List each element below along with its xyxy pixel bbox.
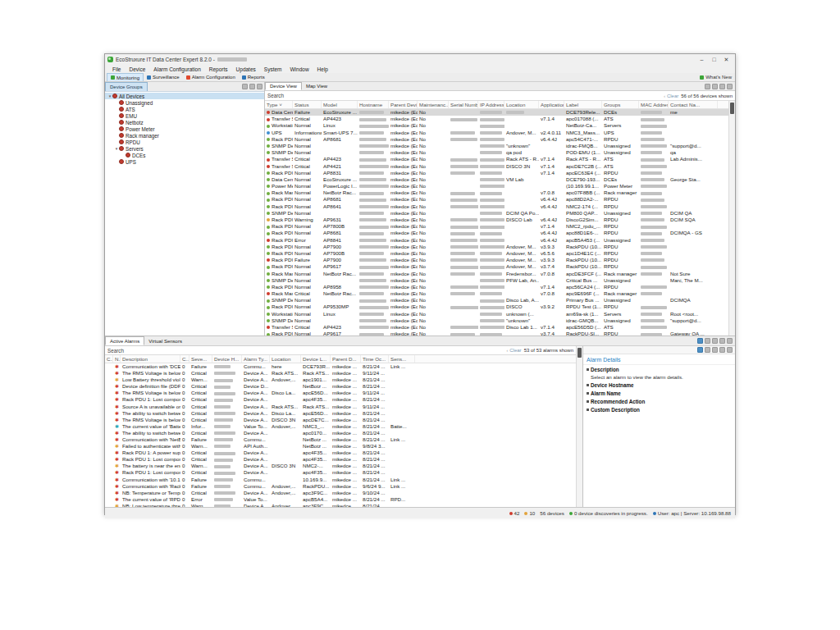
menu-file[interactable]: File (108, 66, 125, 72)
device-row[interactable]: SNMP DevicNormalmikedce (Ec...Noqa podPO… (265, 149, 728, 156)
copy-icon[interactable] (705, 347, 710, 353)
device-row[interactable]: Rack PDUNormalAP8681mikedce (Ec...Nov6.4… (265, 196, 728, 203)
tree-item-all-devices[interactable]: ▾All Devices (105, 93, 264, 99)
alarm-column-header-c[interactable]: C... (105, 355, 113, 363)
tree-item-ups[interactable]: UPS (105, 158, 264, 165)
column-header-location[interactable]: Location (504, 101, 539, 108)
device-row[interactable]: Data CenterFailureEcoStruxure ...mikedce… (265, 109, 728, 116)
add-group-icon[interactable] (242, 84, 248, 89)
column-header-hostname[interactable]: Hostname (358, 101, 389, 108)
menu-alarm-configuration[interactable]: Alarm Configuration (149, 66, 204, 72)
device-row[interactable]: Transfer SwiCriticalAP4421mikedce (Ec...… (265, 163, 728, 170)
alarm-column-header-sens[interactable]: Sens... (389, 355, 415, 363)
tree-item-unassigned[interactable]: Unassigned (105, 99, 264, 106)
device-row[interactable]: SNMP DevicNormalmikedce (Ec...No"unknown… (265, 143, 728, 149)
device-row[interactable]: Rack PDUNormalAP8641mikedce (Ec...Nov6.4… (265, 203, 728, 210)
tree-item-ats[interactable]: ATS (105, 106, 264, 112)
alarm-row[interactable]: ✱The current value of 'RPDU...0ErrorValu… (105, 496, 576, 503)
device-row[interactable]: WorkstationNormalLinuxmikedce (Ec...Noun… (265, 311, 728, 317)
device-row[interactable]: SNMP DevicNormalmikedce (Ec...NoDCIM QA … (265, 210, 728, 217)
menu-window[interactable]: Window (285, 66, 313, 72)
device-row[interactable]: Rack PDUNormalAP7900mikedce (Ec...NoAndo… (265, 244, 728, 250)
whats-new-link[interactable]: What's New (700, 73, 735, 81)
filter-icon[interactable] (712, 84, 718, 89)
alarm-column-header-device-h[interactable]: Device H... (212, 355, 242, 363)
tab-device-view[interactable]: Device View (265, 82, 302, 90)
device-row[interactable]: Rack PDUNormalAP9530MPmikedce (Ec...NoDI… (265, 304, 728, 310)
alarm-row[interactable]: ✱The current value of 'Batte...0Infor...… (105, 423, 576, 430)
device-row[interactable]: SNMP DevicNormalmikedce (Ec...No"unknown… (265, 317, 728, 324)
column-header-ip-address[interactable]: IP Address (478, 101, 504, 108)
alarm-row[interactable]: ✱The ability to switch betwe...0Critical… (105, 410, 576, 417)
alarm-column-header-parent-d[interactable]: Parent D... (331, 355, 361, 363)
alarm-column-header-seve[interactable]: Seve... (189, 355, 212, 363)
info-icon[interactable] (697, 338, 703, 344)
alarm-row[interactable]: ✱The battery is near the end...0Warn...D… (105, 463, 576, 469)
tree-item-netbotz[interactable]: Netbotz (105, 119, 264, 126)
minimize-panel-icon[interactable] (719, 338, 725, 344)
column-header-application[interactable]: Application ... (539, 101, 564, 108)
device-row[interactable]: Rack PDUErrorAP8841mikedce (Ec...Nov6.4.… (265, 237, 728, 244)
perspective-tab-alarm-configuration[interactable]: Alarm Configuration (183, 73, 239, 81)
maximize-panel-icon[interactable] (727, 347, 733, 353)
alarm-row[interactable]: ✱Communication with 'NetB...0FailureComm… (105, 436, 576, 443)
alarm-row[interactable]: ✱Low Battery threshold viol...0Warn...De… (105, 377, 576, 383)
perspective-tab-monitoring[interactable]: Monitoring (107, 73, 144, 81)
alarm-row[interactable]: ✱Rack PDU 1: Lost compon...0CriticalDevi… (105, 396, 576, 403)
perspective-tab-surveillance[interactable]: Surveillance (144, 73, 183, 81)
collapse-panel-icon[interactable] (249, 84, 255, 89)
device-row[interactable]: Transfer SwiCriticalAP4423mikedce (Ec...… (265, 116, 728, 122)
device-row[interactable]: Rack PDUNormalAP7900Bmikedce (Ec...NoAnd… (265, 250, 728, 257)
alarm-row[interactable]: ✱Communication with '10.1...0FailureComm… (105, 477, 576, 483)
alarm-row[interactable]: ✱The RMS Voltage is below ...0CriticalDe… (105, 370, 576, 377)
device-row[interactable]: Rack PDUNormalAP8681mikedce (Ec...Nov6.4… (265, 230, 728, 236)
alarm-column-header-device-l[interactable]: Device L... (301, 355, 331, 363)
tree-item-rpdu[interactable]: RPDU (105, 139, 264, 145)
device-table-scrollbar[interactable] (728, 101, 735, 336)
tree-item-servers[interactable]: ▾Servers (105, 145, 264, 152)
alarm-row[interactable]: ✱Rack PDU 1: Lost compon...0CriticalDevi… (105, 470, 576, 477)
device-row[interactable]: Rack PDUNormalAP7800Bmikedce (Ec...Nov7.… (265, 223, 728, 230)
export-icon[interactable] (705, 338, 710, 344)
menu-help[interactable]: Help (313, 66, 332, 72)
alarm-table-scrollbar[interactable] (576, 346, 582, 507)
device-row[interactable]: SNMP DevicNormalmikedce (Ec...NoPFW Lab,… (265, 277, 728, 284)
column-header-type[interactable]: Type ˅ (265, 101, 293, 108)
alarm-column-header-alarm-ty[interactable]: Alarm Ty... (242, 355, 270, 363)
alarm-row[interactable]: ✱The RMS Voltage is below ...0CriticalDe… (105, 390, 576, 396)
alarm-row[interactable]: ✱Communication with 'Rack...0FailureComm… (105, 483, 576, 490)
device-row[interactable]: Data CenterNormalEcoStruxure ...mikedce … (265, 176, 728, 183)
close-window-button[interactable]: ✕ (720, 55, 733, 64)
device-row[interactable]: Rack ManagNormalNetBotz Rac...mikedce (E… (265, 189, 728, 196)
maximize-window-button[interactable]: □ (708, 55, 720, 64)
alarm-row[interactable]: ✱Rack PDU 1: A power supp...0CriticalDev… (105, 450, 576, 456)
menu-reports[interactable]: Reports (205, 66, 232, 72)
minimize-window-button[interactable]: – (696, 55, 708, 64)
alarm-column-header-n[interactable]: N.. (113, 355, 121, 363)
scrollbar-thumb[interactable] (578, 348, 582, 358)
alarm-column-header-location[interactable]: Location (270, 355, 301, 363)
device-row[interactable]: UPSInformationalSmart-UPS 7...mikedce (E… (265, 130, 728, 136)
clear-alarm-search-icon[interactable]: ‹ (507, 348, 509, 353)
tree-item-emu[interactable]: EMU (105, 112, 264, 119)
device-row[interactable]: SNMP DevicNormalmikedce (Ec...NoDisco La… (265, 297, 728, 304)
tree-item-power-meter[interactable]: Power Meter (105, 126, 264, 132)
alarm-search-input[interactable] (107, 348, 507, 354)
device-row[interactable]: Rack PDUWarningAP9631mikedce (Ec...NoDIS… (265, 217, 728, 223)
maximize-panel-icon[interactable] (727, 84, 733, 89)
device-row[interactable]: WorkstationNormalLinuxmikedce (Ec...NoNe… (265, 122, 728, 129)
alarm-clear-link[interactable]: Clear (509, 348, 521, 353)
maximize-panel-icon[interactable] (727, 338, 733, 344)
column-header-groups[interactable]: Groups (602, 101, 639, 108)
clear-search-icon[interactable]: ‹ (664, 94, 665, 98)
alarm-row[interactable]: ✱The ability to switch betwe...0Critical… (105, 430, 576, 436)
tree-item-rack-manager[interactable]: Rack manager (105, 132, 264, 139)
minimize-panel-icon[interactable] (719, 84, 725, 89)
device-row[interactable]: Rack PDUNormalAP8831mikedce (Ec...Nov7.1… (265, 170, 728, 176)
perspective-tab-reports[interactable]: Reports (239, 73, 268, 81)
device-row[interactable]: Transfer SwiCriticalAP4423mikedce (Ec...… (265, 324, 728, 331)
menu-device[interactable]: Device (125, 66, 149, 72)
tab-virtual-sensors[interactable]: Virtual Sensors (144, 336, 186, 345)
alarm-row[interactable]: ✱Communication with 'DCE...0FailureCommu… (105, 363, 576, 370)
device-clear-link[interactable]: Clear (667, 94, 678, 98)
